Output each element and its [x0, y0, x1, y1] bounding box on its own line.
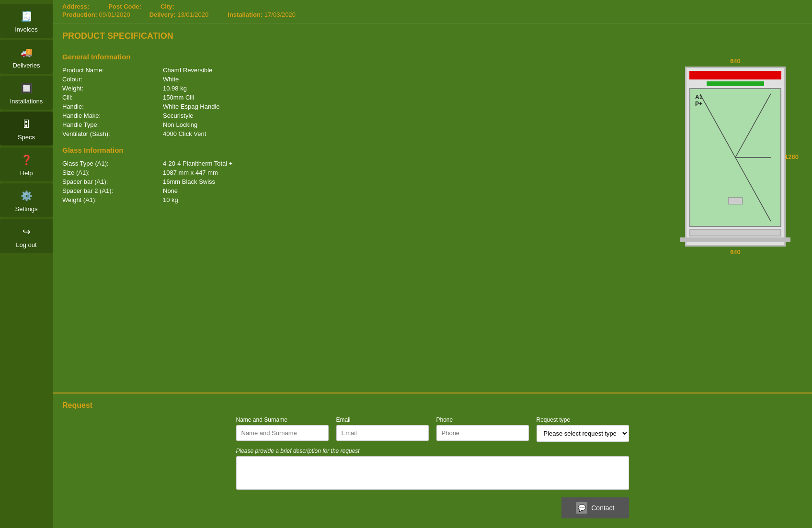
sidebar-label-logout: Log out	[16, 241, 36, 248]
spec-label: Glass Type (A1):	[62, 160, 158, 167]
sidebar-label-invoices: Invoices	[15, 26, 38, 33]
contact-row: 💬 Contact	[236, 497, 629, 518]
email-label: Email	[336, 416, 429, 423]
spec-value: Chamf Reversible	[163, 67, 212, 74]
contact-icon: 💬	[576, 502, 587, 514]
spec-details: General Information Product Name:Chamf R…	[62, 48, 659, 256]
delivery-label: Delivery:	[149, 11, 176, 18]
contact-button-label: Contact	[591, 504, 614, 512]
sidebar-item-help[interactable]: ❓ Help	[0, 147, 53, 181]
spec-value: Non Locking	[163, 121, 197, 128]
general-field-row: Cill:150mm Cill	[62, 93, 659, 102]
spec-label: Handle:	[62, 103, 158, 110]
spec-value: Securistyle	[163, 112, 194, 119]
window-bottom-sill	[689, 229, 781, 236]
svg-line-0	[700, 94, 735, 157]
spec-label: Cill:	[62, 94, 158, 101]
request-title: Request	[62, 401, 802, 410]
spec-value: 1087 mm x 447 mm	[163, 169, 218, 176]
general-field-row: Product Name:Chamf Reversible	[62, 66, 659, 75]
window-handle-bar	[707, 81, 764, 86]
spec-label: Product Name:	[62, 67, 158, 74]
sidebar-label-deliveries: Deliveries	[12, 62, 40, 69]
svg-line-3	[735, 157, 771, 221]
glass-info-table: Glass Type (A1):4-20-4 Planitherm Total …	[62, 159, 659, 204]
spec-value: 10 kg	[163, 196, 178, 203]
main-content: Address: Post Code: City: Production: 09…	[53, 0, 812, 528]
spec-value: 4-20-4 Planitherm Total +	[163, 160, 232, 167]
sidebar-item-deliveries[interactable]: 🚚 Deliveries	[0, 40, 53, 74]
phone-label: Phone	[436, 416, 529, 423]
sidebar-label-specs: Specs	[18, 134, 35, 141]
description-label: Please provide a brief description for t…	[236, 448, 629, 454]
product-spec-section: PRODUCT SPECIFICATION General Informatio…	[53, 23, 812, 393]
window-frame-outer: A1 P+ 1280	[685, 67, 786, 247]
spec-value: None	[163, 187, 178, 194]
specs-icon: 🎛	[19, 116, 34, 132]
delivery-value: 13/01/2020	[177, 11, 208, 18]
general-field-row: Weight:10.98 kg	[62, 84, 659, 93]
contact-button[interactable]: 💬 Contact	[561, 497, 629, 518]
spec-value: White Espag Handle	[163, 103, 220, 110]
spec-value: 4000 Click Vent	[163, 130, 206, 137]
request-type-select[interactable]: Please select request type	[537, 425, 629, 442]
sidebar-item-specs[interactable]: 🎛 Specs	[0, 112, 53, 146]
name-input[interactable]	[236, 425, 329, 441]
diagram-side-label: 1280	[785, 153, 799, 160]
request-section: Request Name and Surname Email Phone Req…	[53, 393, 812, 528]
general-field-row: Ventilator (Sash):4000 Click Vent	[62, 129, 659, 138]
spec-label: Spacer bar 2 (A1):	[62, 187, 158, 194]
sidebar: 🧾 Invoices 🚚 Deliveries 🔲 Installations …	[0, 0, 53, 528]
sidebar-label-settings: Settings	[15, 205, 38, 213]
spec-value: White	[163, 76, 179, 83]
window-base	[680, 237, 790, 242]
email-input[interactable]	[336, 425, 429, 441]
installation-value: 17/03/2020	[264, 11, 296, 18]
phone-group: Phone	[436, 416, 529, 442]
general-field-row: Handle Type:Non Locking	[62, 120, 659, 129]
description-textarea[interactable]	[236, 456, 629, 490]
window-svg	[690, 89, 780, 226]
general-info-title: General Information	[62, 53, 659, 61]
request-type-label: Request type	[537, 416, 629, 423]
help-icon: ❓	[19, 152, 34, 168]
glass-field-row: Size (A1):1087 mm x 447 mm	[62, 168, 659, 177]
name-group: Name and Surname	[236, 416, 329, 442]
sidebar-label-installations: Installations	[10, 98, 43, 105]
spec-label: Handle Type:	[62, 121, 158, 128]
sidebar-item-installations[interactable]: 🔲 Installations	[0, 76, 53, 110]
sidebar-item-logout[interactable]: ↪ Log out	[0, 219, 53, 253]
general-field-row: Handle:White Espag Handle	[62, 102, 659, 111]
request-type-group: Request type Please select request type	[537, 416, 629, 442]
spec-label: Ventilator (Sash):	[62, 130, 158, 137]
settings-icon: ⚙️	[19, 188, 34, 203]
spec-label: Weight:	[62, 85, 158, 92]
sidebar-item-invoices[interactable]: 🧾 Invoices	[0, 4, 53, 38]
email-group: Email	[336, 416, 429, 442]
glass-info-title: Glass Information	[62, 146, 659, 154]
sidebar-item-settings[interactable]: ⚙️ Settings	[0, 183, 53, 217]
description-group: Please provide a brief description for t…	[236, 448, 629, 492]
deliveries-icon: 🚚	[19, 45, 34, 60]
spec-value: 10.98 kg	[163, 85, 187, 92]
glass-field-row: Glass Type (A1):4-20-4 Planitherm Total …	[62, 159, 659, 168]
glass-field-row: Spacer bar 2 (A1):None	[62, 186, 659, 195]
name-label: Name and Surname	[236, 416, 329, 423]
form-row-1: Name and Surname Email Phone Request typ…	[236, 416, 629, 442]
invoices-icon: 🧾	[19, 9, 34, 24]
svg-rect-4	[728, 198, 743, 204]
window-pane: A1 P+	[689, 88, 781, 227]
svg-line-1	[735, 94, 771, 157]
top-info-bar: Address: Post Code: City: Production: 09…	[53, 0, 812, 23]
spec-label: Spacer bar (A1):	[62, 178, 158, 185]
spec-label: Handle Make:	[62, 112, 158, 119]
spec-label: Colour:	[62, 76, 158, 83]
spec-label: Weight (A1):	[62, 196, 158, 203]
glass-field-row: Spacer bar (A1):16mm Black Swiss	[62, 177, 659, 186]
postcode-label: Post Code:	[108, 3, 141, 10]
diagram-top-label: 640	[730, 57, 741, 65]
phone-input[interactable]	[436, 425, 529, 441]
product-spec-title: PRODUCT SPECIFICATION	[62, 31, 802, 41]
production-label: Production:	[62, 11, 97, 18]
spec-value: 16mm Black Swiss	[163, 178, 215, 185]
